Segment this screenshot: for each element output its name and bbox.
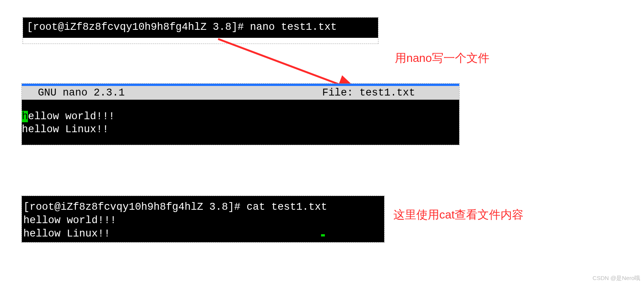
cursor-bit-icon bbox=[321, 234, 325, 236]
nano-editor-window: GNU nano 2.3.1 File: test1.txt hellow wo… bbox=[21, 83, 460, 145]
annotation-cat-view: 这里使用cat查看文件内容 bbox=[393, 207, 523, 223]
nano-line2: hellow Linux!! bbox=[22, 124, 109, 135]
cat-output-line2: hellow Linux!! bbox=[23, 228, 110, 240]
nano-file-label: File: test1.txt bbox=[322, 87, 459, 99]
annotation-nano-write: 用nano写一个文件 bbox=[395, 50, 489, 66]
nano-version-label: GNU nano 2.3.1 bbox=[22, 87, 125, 99]
cursor-icon: h bbox=[22, 111, 28, 122]
shell-prompt-nano: [root@iZf8z8fcvqy10h9h8fg4hlZ 3.8]# nano… bbox=[23, 21, 378, 35]
nano-editor-body[interactable]: hellow world!!! hellow Linux!! bbox=[22, 100, 459, 145]
cat-output-line1: hellow world!!! bbox=[23, 215, 116, 226]
cat-output-block: [root@iZf8z8fcvqy10h9h8fg4hlZ 3.8]# cat … bbox=[22, 201, 384, 242]
terminal-cat-command: [root@iZf8z8fcvqy10h9h8fg4hlZ 3.8]# cat … bbox=[21, 196, 385, 243]
nano-line1-rest: ellow world!!! bbox=[28, 111, 115, 122]
watermark-label: CSDN @是Nero哦 bbox=[593, 275, 640, 282]
shell-prompt-cat: [root@iZf8z8fcvqy10h9h8fg4hlZ 3.8]# cat … bbox=[23, 201, 327, 213]
terminal-nano-command: [root@iZf8z8fcvqy10h9h8fg4hlZ 3.8]# nano… bbox=[23, 17, 378, 44]
nano-header-bar: GNU nano 2.3.1 File: test1.txt bbox=[22, 86, 459, 100]
